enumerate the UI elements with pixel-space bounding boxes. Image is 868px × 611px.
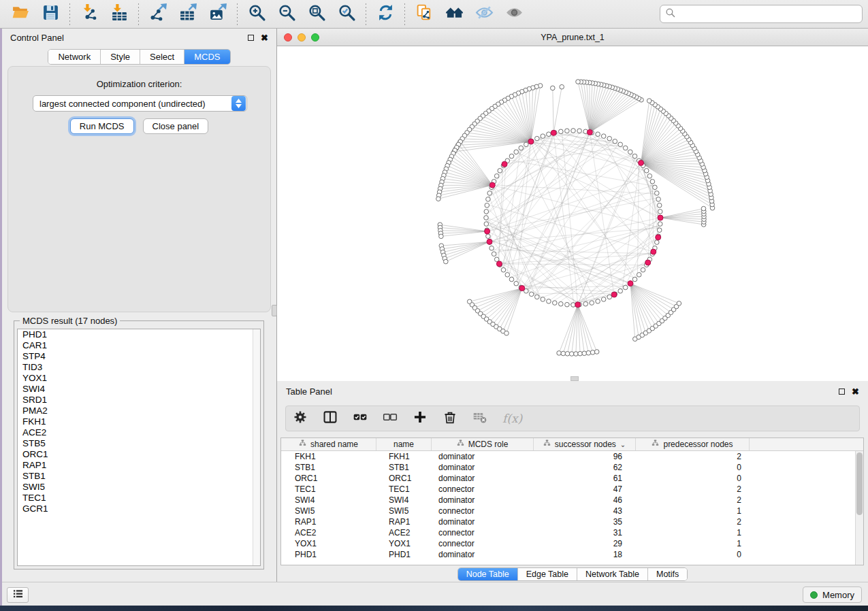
cell-predecessor-nodes: 2: [636, 495, 750, 506]
mcds-result-item[interactable]: PMA2: [18, 406, 260, 416]
tab-mcds[interactable]: MCDS: [184, 50, 229, 64]
network-canvas[interactable]: [277, 46, 868, 381]
import-network-button[interactable]: [74, 3, 104, 26]
table-row[interactable]: ORC1ORC1dominator610: [281, 473, 863, 484]
eye-icon: [505, 3, 524, 24]
cell-MCDS-role: dominator: [432, 451, 534, 462]
table-row[interactable]: PHD1PHD1dominator180: [281, 549, 863, 560]
column-header-MCDS-role[interactable]: MCDS role: [432, 438, 534, 450]
table-row[interactable]: YOX1YOX1connector291: [281, 538, 863, 549]
run-mcds-button[interactable]: Run MCDS: [70, 118, 134, 134]
column-header-successor-nodes[interactable]: successor nodes⌄: [534, 438, 636, 450]
refresh-icon: [376, 3, 395, 24]
mcds-result-item[interactable]: PHD1: [18, 329, 260, 340]
import-table-button[interactable]: [104, 3, 134, 26]
gear-icon[interactable]: [293, 410, 308, 427]
mcds-result-item[interactable]: TID3: [18, 362, 260, 373]
first-neighbors-button[interactable]: [439, 3, 469, 26]
panel-divider-handle[interactable]: [272, 305, 277, 316]
delete-column-icon[interactable]: [443, 410, 457, 427]
select-all-icon[interactable]: [353, 410, 368, 427]
tab-node-table[interactable]: Node Table: [458, 568, 518, 580]
export-table-icon: [179, 3, 197, 24]
show-all-button[interactable]: [499, 3, 529, 26]
mcds-result-item[interactable]: ACE2: [18, 427, 260, 438]
tab-network-table[interactable]: Network Table: [577, 568, 648, 580]
float-table-panel-icon[interactable]: [839, 389, 845, 395]
table-scrollbar-thumb[interactable]: [856, 452, 863, 515]
save-icon: [42, 3, 60, 24]
cell-shared-name: SWI5: [281, 506, 376, 516]
table-row[interactable]: TEC1TEC1connector472: [281, 484, 863, 495]
table-toolbar: f(x): [285, 406, 860, 431]
mcds-result-group: MCDS result (17 nodes) PHD1CAR1STP4TID3Y…: [14, 316, 264, 569]
zoom-selected-button[interactable]: [332, 3, 361, 26]
table-row[interactable]: SWI4SWI4dominator462: [281, 495, 863, 506]
task-history-button[interactable]: [7, 587, 29, 603]
zoom-fit-button[interactable]: [302, 3, 332, 26]
mcds-result-item[interactable]: STB1: [18, 471, 260, 482]
export-network-button[interactable]: [143, 3, 173, 26]
table-row[interactable]: SWI5SWI5connector431: [281, 506, 863, 516]
open-file-button[interactable]: [5, 3, 35, 26]
cell-name: TEC1: [376, 484, 432, 495]
mcds-result-item[interactable]: STP4: [18, 351, 260, 362]
table-row[interactable]: ACE2ACE2connector311: [281, 527, 863, 538]
export-table-button[interactable]: [173, 3, 203, 26]
cell-successor-nodes: 61: [534, 473, 636, 484]
network-graph[interactable]: [277, 46, 867, 381]
export-image-button[interactable]: [203, 3, 233, 26]
column-header-shared-name[interactable]: shared name: [281, 438, 376, 450]
mcds-result-item[interactable]: YOX1: [18, 373, 260, 384]
table-row[interactable]: FKH1FKH1dominator962: [281, 451, 863, 462]
mcds-result-list[interactable]: PHD1CAR1STP4TID3YOX1SWI4SRD1PMA2FKH1ACE2…: [17, 329, 261, 566]
mcds-result-item[interactable]: GCR1: [18, 503, 260, 514]
cell-predecessor-nodes: 0: [636, 473, 750, 484]
add-column-icon[interactable]: [413, 410, 428, 427]
save-session-button[interactable]: [35, 3, 65, 26]
mcds-list-scrollbar[interactable]: [253, 329, 260, 565]
split-pane-icon[interactable]: [323, 410, 338, 427]
refresh-layout-button[interactable]: [370, 3, 400, 26]
deselect-all-icon[interactable]: [383, 410, 398, 427]
tab-network[interactable]: Network: [48, 50, 101, 64]
mcds-result-item[interactable]: CAR1: [18, 340, 260, 351]
duplicate-network-button[interactable]: [409, 3, 439, 26]
search-input[interactable]: [679, 9, 857, 19]
hide-selected-button[interactable]: [469, 3, 499, 26]
close-table-panel-icon[interactable]: ✖: [852, 387, 859, 396]
zoom-out-button[interactable]: [272, 3, 302, 26]
mcds-result-item[interactable]: SWI5: [18, 482, 260, 493]
mcds-result-item[interactable]: SRD1: [18, 395, 260, 406]
cell-successor-nodes: 47: [534, 484, 636, 495]
mcds-result-item[interactable]: STB5: [18, 438, 260, 449]
cell-name: RAP1: [376, 516, 432, 527]
tab-motifs[interactable]: Motifs: [648, 568, 687, 580]
memory-button[interactable]: Memory: [803, 587, 862, 603]
tab-select[interactable]: Select: [140, 50, 184, 64]
float-panel-icon[interactable]: [248, 35, 254, 41]
tab-edge-table[interactable]: Edge Table: [518, 568, 577, 580]
optimization-criterion-select[interactable]: largest connected component (undirected): [33, 95, 247, 112]
network-titlebar[interactable]: YPA_prune.txt_1: [277, 29, 868, 46]
table-row[interactable]: RAP1RAP1dominator352: [281, 516, 863, 527]
mcds-result-item[interactable]: RAP1: [18, 460, 260, 471]
search-box[interactable]: [660, 5, 863, 23]
mcds-result-item[interactable]: ORC1: [18, 449, 260, 460]
close-panel-icon[interactable]: ✖: [261, 33, 268, 42]
column-header-predecessor-nodes[interactable]: predecessor nodes: [636, 438, 750, 450]
cell-successor-nodes: 35: [534, 516, 636, 527]
column-header-name[interactable]: name: [376, 438, 432, 450]
splitter-handle[interactable]: [570, 376, 579, 381]
mcds-result-item[interactable]: SWI4: [18, 384, 260, 395]
close-panel-button[interactable]: Close panel: [143, 118, 209, 134]
tab-style[interactable]: Style: [101, 50, 140, 64]
mcds-result-item[interactable]: FKH1: [18, 416, 260, 427]
mcds-result-item[interactable]: TEC1: [18, 493, 260, 503]
table-scrollbar[interactable]: [855, 451, 863, 565]
select-stepper-icon: [231, 96, 246, 111]
memory-status-icon: [810, 591, 818, 599]
zoom-in-button[interactable]: [242, 3, 272, 26]
control-panel: Control Panel ✖ NetworkStyleSelectMCDS O…: [2, 29, 276, 582]
table-row[interactable]: STB1STB1dominator620: [281, 462, 863, 473]
